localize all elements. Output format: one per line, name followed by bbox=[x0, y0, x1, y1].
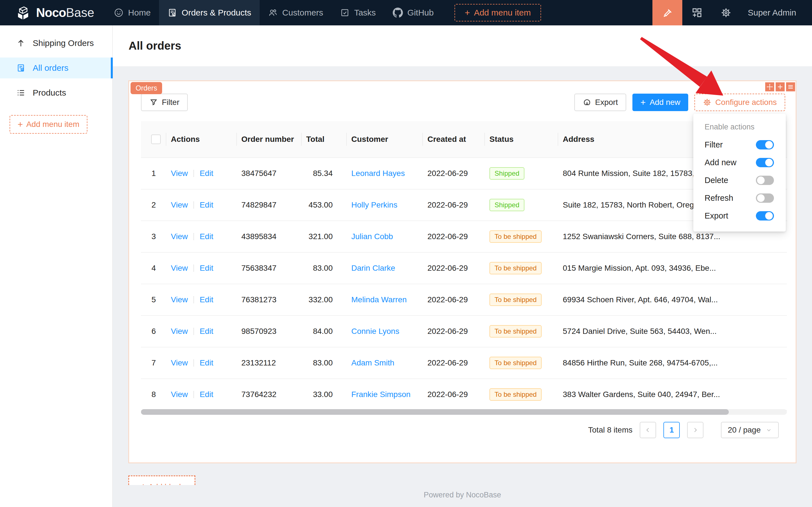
table-row: 4 ViewEdit 75638347 83.00 Darin Clarke 2… bbox=[141, 252, 787, 284]
edit-link[interactable]: Edit bbox=[199, 201, 213, 209]
select-all-checkbox[interactable] bbox=[151, 134, 161, 144]
customer-link[interactable]: Darin Clarke bbox=[351, 264, 395, 272]
column-header-total[interactable]: Total bbox=[302, 135, 347, 144]
customer-link[interactable]: Holly Perkins bbox=[351, 201, 397, 209]
customer-link[interactable]: Adam Smith bbox=[351, 358, 395, 367]
created-at-cell: 2022-06-29 bbox=[423, 169, 485, 178]
view-link[interactable]: View bbox=[171, 201, 188, 209]
view-link[interactable]: View bbox=[171, 264, 188, 272]
created-at-cell: 2022-06-29 bbox=[423, 390, 485, 399]
total-cell: 83.00 bbox=[302, 358, 347, 368]
status-badge: Shipped bbox=[489, 167, 524, 180]
order-number-cell: 74829847 bbox=[237, 201, 302, 210]
edit-link[interactable]: Edit bbox=[199, 169, 213, 178]
customer-link[interactable]: Julian Cobb bbox=[351, 232, 393, 241]
plus-icon: + bbox=[17, 120, 23, 129]
enable-action-item: Add new bbox=[693, 154, 786, 171]
add-block-button[interactable]: + Add block bbox=[128, 475, 195, 485]
plugin-blocks-button[interactable] bbox=[682, 0, 712, 25]
nocobase-logo[interactable]: NocoBase bbox=[0, 5, 106, 20]
total-cell: 83.00 bbox=[302, 264, 347, 273]
order-number-cell: 43895834 bbox=[237, 232, 302, 241]
created-at-cell: 2022-06-29 bbox=[423, 295, 485, 304]
status-cell: To be shipped bbox=[485, 388, 558, 401]
column-header-customer[interactable]: Customer bbox=[347, 135, 423, 144]
column-header-status[interactable]: Status bbox=[485, 135, 558, 144]
edit-link[interactable]: Edit bbox=[199, 327, 213, 336]
drag-block-icon[interactable] bbox=[765, 82, 774, 91]
customer-link[interactable]: Frankie Simpson bbox=[351, 390, 410, 399]
created-at-cell: 2022-06-29 bbox=[423, 327, 485, 336]
toggle-switch[interactable] bbox=[756, 158, 774, 167]
table-row: 3 ViewEdit 43895834 321.00 Julian Cobb 2… bbox=[141, 221, 787, 252]
created-at-cell: 2022-06-29 bbox=[423, 201, 485, 210]
add-new-button[interactable]: + Add new bbox=[632, 94, 688, 111]
brand-noco: Noco bbox=[36, 6, 66, 19]
toggle-switch[interactable] bbox=[756, 193, 774, 203]
sidebar-item-shipping-orders[interactable]: Shipping Orders bbox=[0, 33, 112, 54]
customer-link[interactable]: Melinda Warren bbox=[351, 295, 407, 304]
address-cell: 383 Walter Gardens, Suite 040, 24947, Be… bbox=[558, 390, 787, 399]
toggle-switch[interactable] bbox=[756, 140, 774, 150]
table-row: 6 ViewEdit 98570923 84.00 Connie Lyons 2… bbox=[141, 316, 787, 347]
settings-button[interactable] bbox=[712, 0, 740, 25]
add-block-icon[interactable] bbox=[776, 82, 785, 91]
total-cell: 332.00 bbox=[302, 295, 347, 304]
ui-editor-button[interactable] bbox=[652, 0, 682, 25]
edit-link[interactable]: Edit bbox=[199, 264, 213, 272]
total-cell: 321.00 bbox=[302, 232, 347, 241]
pagination-next-button[interactable] bbox=[687, 422, 703, 438]
divider bbox=[193, 296, 194, 303]
view-link[interactable]: View bbox=[171, 295, 188, 304]
view-link[interactable]: View bbox=[171, 327, 188, 336]
order-number-cell: 73764232 bbox=[237, 390, 302, 399]
pagination-prev-button[interactable] bbox=[640, 422, 656, 438]
enable-action-item: Refresh bbox=[693, 189, 786, 207]
column-header-order-number[interactable]: Order number bbox=[237, 135, 302, 144]
edit-link[interactable]: Edit bbox=[199, 232, 213, 241]
nav-item-tasks[interactable]: Tasks bbox=[332, 0, 384, 25]
status-cell: To be shipped bbox=[485, 293, 558, 306]
nav-add-menu-item-button[interactable]: + Add menu item bbox=[455, 4, 541, 21]
toggle-knob bbox=[765, 159, 773, 166]
column-header-created-at[interactable]: Created at bbox=[423, 135, 485, 144]
view-link[interactable]: View bbox=[171, 390, 188, 399]
row-actions: ViewEdit bbox=[166, 201, 237, 210]
configure-actions-button[interactable]: Configure actions bbox=[694, 94, 785, 111]
edit-link[interactable]: Edit bbox=[199, 295, 213, 304]
customer-cell: Connie Lyons bbox=[347, 327, 423, 336]
sidebar-add-menu-item-button[interactable]: + Add menu item bbox=[10, 115, 88, 134]
row-actions: ViewEdit bbox=[166, 169, 237, 178]
pagination-page-1[interactable]: 1 bbox=[663, 422, 680, 438]
column-header-actions[interactable]: Actions bbox=[166, 135, 237, 144]
page-size-select[interactable]: 20 / page bbox=[721, 422, 779, 438]
toggle-switch[interactable] bbox=[756, 211, 774, 221]
filter-button[interactable]: Filter bbox=[141, 94, 188, 111]
edit-link[interactable]: Edit bbox=[199, 358, 213, 367]
nav-item-github[interactable]: GitHub bbox=[384, 0, 442, 25]
sidebar-item-products[interactable]: Products bbox=[0, 82, 112, 103]
nav-item-home[interactable]: Home bbox=[106, 0, 159, 25]
block-collection-tag: Orders bbox=[130, 82, 162, 94]
customer-link[interactable]: Connie Lyons bbox=[351, 327, 399, 336]
row-index: 5 bbox=[141, 295, 166, 304]
horizontal-scrollbar-thumb[interactable] bbox=[141, 409, 729, 415]
customer-cell: Frankie Simpson bbox=[347, 390, 423, 399]
cloud-download-icon bbox=[583, 98, 591, 107]
customer-link[interactable]: Leonard Hayes bbox=[351, 169, 405, 178]
view-link[interactable]: View bbox=[171, 232, 188, 241]
nav-item-orders-products[interactable]: Orders & Products bbox=[159, 0, 260, 25]
customer-cell: Melinda Warren bbox=[347, 295, 423, 304]
toggle-switch[interactable] bbox=[756, 176, 774, 185]
view-link[interactable]: View bbox=[171, 169, 188, 178]
nav-item-customers[interactable]: Customers bbox=[260, 0, 332, 25]
total-cell: 33.00 bbox=[302, 390, 347, 399]
user-menu[interactable]: Super Admin bbox=[740, 8, 812, 17]
customer-cell: Adam Smith bbox=[347, 358, 423, 368]
edit-link[interactable]: Edit bbox=[199, 390, 213, 399]
created-at-cell: 2022-06-29 bbox=[423, 264, 485, 273]
export-button[interactable]: Export bbox=[574, 94, 627, 111]
view-link[interactable]: View bbox=[171, 358, 188, 367]
block-menu-icon[interactable] bbox=[786, 82, 795, 91]
sidebar-item-all-orders[interactable]: All orders bbox=[0, 58, 112, 78]
